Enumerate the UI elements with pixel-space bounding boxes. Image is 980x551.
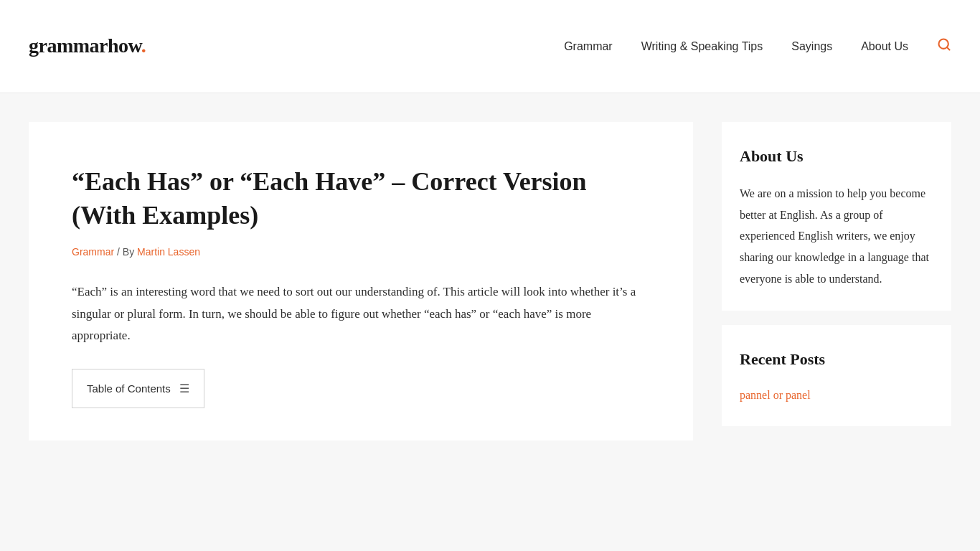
main-nav: Grammar Writing & Speaking Tips Sayings … bbox=[564, 37, 951, 56]
table-of-contents-box: Table of Contents ☰ bbox=[72, 369, 204, 409]
toc-label: Table of Contents bbox=[87, 380, 171, 397]
logo-dot: . bbox=[141, 34, 146, 57]
sidebar: About Us We are on a mission to help you… bbox=[722, 122, 951, 441]
article-title: “Each Has” or “Each Have” – Correct Vers… bbox=[72, 165, 650, 232]
recent-post-link[interactable]: pannel or panel bbox=[740, 389, 811, 401]
about-us-section: About Us We are on a mission to help you… bbox=[722, 122, 951, 311]
content-layout: “Each Has” or “Each Have” – Correct Vers… bbox=[29, 122, 951, 441]
nav-item-writing-speaking-tips[interactable]: Writing & Speaking Tips bbox=[641, 37, 763, 56]
about-us-heading: About Us bbox=[740, 143, 933, 169]
article-author[interactable]: Martin Lassen bbox=[137, 246, 200, 258]
article: “Each Has” or “Each Have” – Correct Vers… bbox=[29, 122, 693, 441]
nav-item-sayings[interactable]: Sayings bbox=[791, 37, 832, 56]
recent-posts-heading: Recent Posts bbox=[740, 347, 933, 372]
nav-item-grammar[interactable]: Grammar bbox=[564, 37, 613, 56]
toc-toggle-icon[interactable]: ☰ bbox=[179, 380, 189, 398]
site-logo[interactable]: grammarhow. bbox=[29, 30, 146, 62]
page-wrapper: “Each Has” or “Each Have” – Correct Vers… bbox=[0, 93, 980, 551]
search-icon bbox=[937, 37, 951, 52]
about-us-text: We are on a mission to help you become b… bbox=[740, 183, 933, 289]
article-meta-separator: / By bbox=[114, 246, 137, 258]
site-header: grammarhow. Grammar Writing & Speaking T… bbox=[0, 0, 980, 93]
search-button[interactable] bbox=[937, 37, 951, 55]
article-intro: “Each” is an interesting word that we ne… bbox=[72, 281, 650, 347]
svg-line-1 bbox=[947, 47, 950, 50]
recent-posts-section: Recent Posts pannel or panel bbox=[722, 325, 951, 426]
logo-text: grammarhow bbox=[29, 34, 141, 57]
article-meta: Grammar / By Martin Lassen bbox=[72, 244, 650, 260]
article-category[interactable]: Grammar bbox=[72, 246, 114, 258]
nav-item-about-us[interactable]: About Us bbox=[861, 37, 908, 56]
